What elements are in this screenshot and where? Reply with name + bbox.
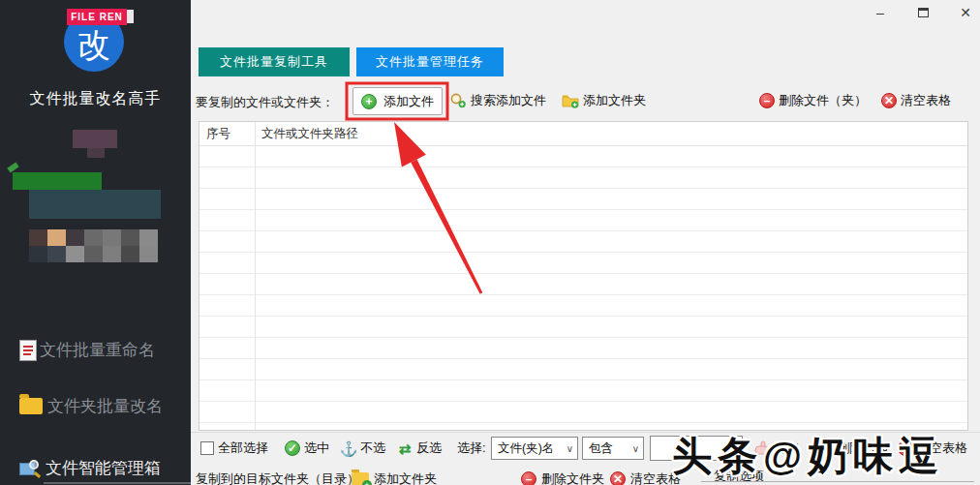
maximize-icon — [918, 8, 929, 17]
folder-icon — [19, 398, 43, 414]
file-list-table[interactable]: 序号 文件或文件夹路径 — [199, 121, 968, 431]
add-file-label: 添加文件 — [383, 93, 434, 110]
search-box-icon — [19, 460, 41, 477]
search-add-file-label: 搜索添加文件 — [471, 92, 546, 109]
censored-mosaic — [29, 229, 158, 262]
sidebar-item-label: 文件夹批量改名 — [47, 395, 163, 417]
delete-selected-button[interactable]: 删除已选 — [815, 440, 887, 457]
x-circle-icon: ✕ — [881, 93, 897, 108]
keyword-input[interactable] — [650, 436, 743, 461]
window-controls: – ✕ — [872, 4, 974, 21]
source-files-label: 要复制的文件或文件夹： — [196, 94, 334, 111]
minimize-button[interactable]: – — [872, 4, 889, 21]
hand-icon — [752, 440, 770, 457]
search-plus-icon — [449, 92, 467, 109]
x-circle-icon: ✕ — [898, 440, 913, 456]
table-edit-icon — [815, 440, 833, 457]
dest-clear-table-button[interactable]: ✕ 清空表格 — [610, 470, 681, 485]
sidebar-item-smart-manager[interactable]: 文件智能管理箱 — [19, 457, 161, 479]
select-button[interactable]: ✓ 选中 — [285, 440, 329, 457]
censored-block — [7, 162, 18, 172]
document-icon — [19, 340, 37, 361]
chevron-down-icon: ∨ — [632, 443, 639, 454]
check-circle-icon: ✓ — [285, 440, 300, 456]
clear-table-button[interactable]: ✕ 清空表格 — [881, 92, 951, 109]
delete-selected-label: 删除已选 — [837, 440, 887, 457]
sidebar-item-label: 文件智能管理箱 — [46, 457, 161, 479]
invert-selection-button[interactable]: ⇄ 反选 — [397, 440, 442, 457]
table-header: 序号 文件或文件夹路径 — [199, 122, 967, 146]
minus-circle-icon: – — [759, 93, 775, 108]
dest-clear-table-label: 清空表格 — [630, 470, 681, 485]
chevron-down-icon: ∨ — [567, 443, 573, 454]
dest-delete-folder-button[interactable]: – 删除文件夹 — [521, 470, 604, 485]
delete-file-label: 删除文件（夹） — [779, 92, 867, 109]
match-select[interactable]: 包含 ∨ — [582, 437, 644, 460]
minus-circle-icon: – — [521, 471, 536, 485]
deselect-button[interactable]: ⚓ 不选 — [341, 440, 385, 457]
sidebar-item-label: 文件批量重命名 — [40, 339, 155, 361]
maximize-button[interactable] — [914, 4, 932, 21]
copy-options-group-border — [701, 481, 974, 482]
selection-toolbar: 全部选择 ✓ 选中 ⚓ 不选 ⇄ 反选 选择: 文件(夹)名 ∨ 包含 ∨ — [191, 432, 980, 466]
delete-file-button[interactable]: – 删除文件（夹） — [759, 92, 867, 109]
invert-label: 反选 — [416, 440, 442, 457]
deselect-label: 不选 — [360, 440, 385, 457]
censored-block — [87, 148, 105, 158]
column-header-index[interactable]: 序号 — [199, 126, 255, 142]
clear-table-label-2: 清空表格 — [917, 440, 967, 457]
sidebar-item-batch-rename[interactable]: 文件批量重命名 — [19, 339, 155, 361]
search-add-file-button[interactable]: 搜索添加文件 — [449, 92, 546, 109]
x-circle-icon: ✕ — [610, 471, 626, 485]
logo-banner: FILE REN — [67, 9, 127, 25]
column-separator — [255, 122, 256, 430]
anchor-icon: ⚓ — [341, 440, 356, 456]
dest-add-folder-label: 添加文件夹 — [374, 470, 437, 485]
destination-toolbar: 复制到的目标文件夹（目录）： 添加文件夹 – 删除文件夹 ✕ 清空表格 复制选项 — [191, 465, 980, 485]
logo-glyph: 改 — [77, 28, 110, 61]
select-all-toggle[interactable]: 全部选择 — [200, 440, 268, 457]
field-select-value: 文件(夹)名 — [498, 440, 554, 457]
app-window: 改 FILE REN 文件批量改名高手 文件批量重命名 文件夹批量改名 文件智能… — [0, 0, 980, 485]
swap-arrows-icon: ⇄ — [397, 440, 413, 456]
table-body[interactable] — [199, 146, 967, 430]
clear-table-button-2[interactable]: ✕ 清空表格 — [898, 440, 967, 457]
select-all-checkbox[interactable] — [200, 441, 214, 455]
folder-plus-icon — [562, 92, 579, 109]
select-all-label: 全部选择 — [218, 440, 268, 457]
plus-circle-icon: + — [361, 94, 377, 109]
destination-label: 复制到的目标文件夹（目录）： — [196, 470, 372, 485]
add-folder-button[interactable]: 添加文件夹 — [562, 92, 646, 109]
match-select-value: 包含 — [589, 440, 613, 457]
add-folder-label: 添加文件夹 — [583, 92, 646, 109]
censored-block — [73, 130, 117, 148]
folder-plus-icon — [352, 472, 369, 485]
column-header-path[interactable]: 文件或文件夹路径 — [255, 126, 358, 142]
confirm-label: 确定 — [774, 440, 799, 457]
sidebar-item-folder-rename[interactable]: 文件夹批量改名 — [19, 395, 163, 417]
select-label: 选中 — [304, 440, 329, 457]
dest-add-folder-button[interactable]: 添加文件夹 — [352, 470, 437, 485]
sidebar: 改 FILE REN 文件批量改名高手 文件批量重命名 文件夹批量改名 文件智能… — [0, 0, 191, 485]
filter-label: 选择: — [457, 440, 486, 457]
sidebar-separator — [44, 482, 191, 484]
censored-block — [13, 172, 102, 190]
tab-batch-copy-tool[interactable]: 文件批量复制工具 — [199, 47, 350, 76]
dest-delete-folder-label: 删除文件夹 — [541, 470, 604, 485]
confirm-button[interactable]: 确定 — [752, 440, 799, 457]
copy-options-group-label: 复制选项 — [714, 468, 764, 485]
censored-block — [29, 190, 161, 219]
clear-table-label: 清空表格 — [901, 92, 951, 109]
close-button[interactable]: ✕ — [957, 4, 974, 21]
app-title: 文件批量改名高手 — [0, 89, 191, 109]
tab-batch-manage-task[interactable]: 文件批量管理任务 — [356, 47, 504, 76]
field-select[interactable]: 文件(夹)名 ∨ — [491, 437, 578, 460]
add-file-button[interactable]: + 添加文件 — [352, 87, 443, 115]
